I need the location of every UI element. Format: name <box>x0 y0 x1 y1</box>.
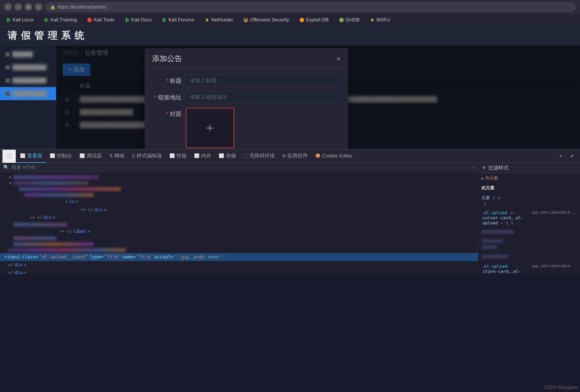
tab-debugger[interactable]: ⬜ 调试器 <box>76 149 106 163</box>
memory-icon: ⬜ <box>194 153 199 158</box>
sidebar-label-3: ██████████ <box>12 78 47 83</box>
upload-area[interactable]: + <box>186 108 234 148</box>
sidebar-label-1: ██████ <box>12 51 33 57</box>
style-element-section: 元素 { ◎ } <box>481 195 577 206</box>
html-search-input[interactable] <box>11 164 470 170</box>
sidebar-checkbox-4 <box>5 92 10 96</box>
style-this-section: 此元素 <box>481 185 577 191</box>
style-editor-icon: {} <box>132 153 135 158</box>
blurred-code <box>13 181 88 185</box>
bookmark-msfu[interactable]: ⚡ MSFU <box>367 16 393 24</box>
html-panel: 🔍 ▿ ▶ ▼ <box>0 163 478 274</box>
bookmark-kali-training[interactable]: 🐉 Kali Training <box>41 16 80 24</box>
tab-memory[interactable]: ⬜ 内存 <box>190 149 215 163</box>
devtools-dock-btn[interactable]: ↗ <box>567 152 576 160</box>
bookmark-ghdb[interactable]: 🟢 GHDB <box>336 16 362 24</box>
form-row-link: 链接地址 <box>152 91 341 103</box>
html-line: ▼ <box>0 180 478 186</box>
sidebar-item-4[interactable]: ██████████ <box>0 87 56 100</box>
blurred-code <box>19 187 120 191</box>
accessibility-icon: ⛶ <box>243 153 248 158</box>
tab-console[interactable]: ⬜ 控制台 <box>46 149 76 163</box>
tab-cookie-editor[interactable]: 🍪 Cookie Editor <box>311 149 356 163</box>
form-row-title: 标题 <box>152 75 341 86</box>
styles-filter: ▼ 过滤样式 <box>481 164 509 171</box>
blurred-code <box>13 236 56 240</box>
bookmark-label: NetHunter <box>211 17 233 23</box>
bookmark-kali-docs[interactable]: 🐉 Kali Docs <box>122 16 154 24</box>
network-icon: ⇅ <box>109 153 113 158</box>
viewer-icon: ⬜ <box>20 153 25 158</box>
sidebar-item-2[interactable]: ██████████ <box>0 61 56 74</box>
home-button[interactable]: ⌂ <box>35 3 42 11</box>
bookmark-kali-tools[interactable]: 🔴 Kali Tools <box>84 16 117 24</box>
bookmark-kali-linux[interactable]: 🐉 Kali Linux <box>3 16 36 24</box>
exploit-db-icon: 🟠 <box>299 18 304 22</box>
devtools-controls: + ↗ <box>556 152 578 160</box>
styles-content: ▶ 伪元素 此元素 元素 { ◎ } <box>478 173 580 274</box>
devtools-add-btn[interactable]: + <box>556 152 565 160</box>
tab-application[interactable]: ⊞ 应用程序 <box>278 149 311 163</box>
tab-memory-label: 内存 <box>201 152 211 159</box>
app-header: 请 假 管 理 系 统 <box>0 26 580 46</box>
link-input[interactable] <box>186 91 341 103</box>
bookmark-nethunter[interactable]: ⚡ NetHunter <box>202 16 236 24</box>
attr-class: class= <box>22 254 38 261</box>
event-badge: event <box>207 254 220 260</box>
style-blurred-3 <box>481 254 577 259</box>
modal-title: 添加公告 <box>152 54 182 64</box>
title-input[interactable] <box>186 75 341 86</box>
devtools-tabs: ⬜ ⬜ 查看器 ⬜ 控制台 ⬜ 调试器 ⇅ 网络 {} 样式编辑器 ⬜ 性能 ⬜… <box>0 149 580 163</box>
attr-accept: accept= <box>154 254 174 261</box>
blurred-code <box>24 193 94 197</box>
html-line <box>0 192 478 198</box>
storage-icon: ⬜ <box>219 153 224 158</box>
html-search-bar: 🔍 ▿ <box>0 163 478 172</box>
expand-icon[interactable]: ▼ <box>8 181 12 185</box>
tab-viewer[interactable]: ⬜ 查看器 <box>16 149 46 163</box>
bookmark-kali-forums[interactable]: 🐉 Kali Forums <box>159 16 197 24</box>
tab-style-editor[interactable]: {} 样式编辑器 <box>128 149 166 163</box>
tab-performance[interactable]: ⬜ 性能 <box>166 149 190 163</box>
attr-name: name= <box>122 254 136 261</box>
debugger-icon: ⬜ <box>80 153 85 158</box>
cookie-icon: 🍪 <box>315 153 321 158</box>
forward-button[interactable]: → <box>14 3 22 11</box>
html-selected-line[interactable]: <input class="el-upload__input" type="fi… <box>0 253 478 261</box>
form-row-cover: 封面 + <box>152 108 341 148</box>
tab-cookie-editor-label: Cookie Editor <box>322 153 353 159</box>
tab-storage[interactable]: ⬜ 存储 <box>215 149 240 163</box>
el-upload-link: app.e84c10e6c66c8... <box>532 210 577 215</box>
bookmark-offensive-security[interactable]: 🔱 Offensive Security <box>241 16 292 24</box>
attr-type-val: "file" <box>104 254 121 261</box>
sidebar-item-1[interactable]: ██████ <box>0 48 56 61</box>
tag-input: <input <box>4 254 21 261</box>
tab-debugger-label: 调试器 <box>86 152 102 159</box>
equals-sign: == <box>13 215 35 221</box>
bookmark-label: Exploit-DB <box>306 17 329 23</box>
reload-button[interactable]: ↻ <box>25 3 32 11</box>
address-bar[interactable]: 🔒 https://localhost/admin/ <box>46 2 576 12</box>
modal-close-button[interactable]: × <box>337 55 341 62</box>
devtools-inspect-btn[interactable]: ⬜ <box>2 149 16 163</box>
sidebar-item-3[interactable]: ██████████ <box>0 74 56 87</box>
element-header: 元素 { ◎ <box>481 195 577 201</box>
bookmark-label: Kali Tools <box>94 17 114 23</box>
tab-network[interactable]: ⇅ 网络 <box>106 149 128 163</box>
devtools-panel: ⬜ ⬜ 查看器 ⬜ 控制台 ⬜ 调试器 ⇅ 网络 {} 样式编辑器 ⬜ 性能 ⬜… <box>0 149 580 274</box>
watermark: CSDN @Sugphet <box>544 385 578 390</box>
expand-icon[interactable]: ▶ <box>8 175 12 179</box>
ghdb-icon: 🟢 <box>339 18 344 22</box>
kali-training-icon: 🐉 <box>44 18 49 22</box>
browser-titlebar: ← → ↻ ⌂ 🔒 https://localhost/admin/ <box>0 0 580 14</box>
bookmark-exploit-db[interactable]: 🟠 Exploit-DB <box>297 16 332 24</box>
html-line <box>0 241 478 247</box>
application-icon: ⊞ <box>282 153 286 158</box>
tab-accessibility[interactable]: ⛶ 无障碍环境 <box>240 149 278 163</box>
content-area: / 公告管理 + 添加 标题 ███████████ <box>56 46 580 149</box>
sidebar-label-2: ██████████ <box>12 65 47 70</box>
sidebar-checkbox-1 <box>5 52 10 56</box>
html-line: </div> <box>0 261 478 269</box>
back-button[interactable]: ← <box>4 3 12 11</box>
sidebar: ██████ ██████████ ██████████ ██████████ <box>0 46 56 149</box>
